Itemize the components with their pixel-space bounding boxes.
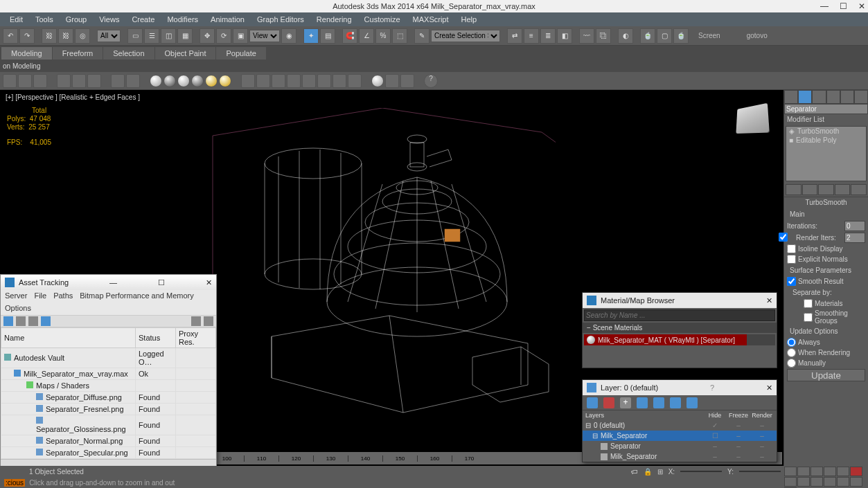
asset-col-status[interactable]: Status: [136, 328, 176, 348]
layer-row[interactable]: Separator–––: [583, 441, 777, 451]
snap-button[interactable]: 🧲: [342, 28, 357, 44]
modify-tab[interactable]: [798, 90, 812, 104]
curve-editor-button[interactable]: 〰: [579, 28, 594, 44]
layer-freeze-button[interactable]: [687, 397, 698, 408]
asset-row[interactable]: Milk_Separator_max_vray.maxOk: [1, 368, 216, 380]
layer-add-button[interactable]: +: [620, 397, 631, 408]
x-field[interactable]: [680, 471, 722, 472]
ribbon-freeform[interactable]: Freeform: [53, 47, 103, 60]
modifier-turbosmooth[interactable]: ◈ TurboSmooth: [786, 127, 866, 136]
unlink-button[interactable]: ⛓: [58, 28, 73, 44]
geom-button-2[interactable]: [126, 74, 140, 88]
layer-row[interactable]: Milk_Separator–––: [583, 451, 777, 462]
key-mode-button[interactable]: [850, 467, 862, 476]
edit-button-2[interactable]: [72, 74, 86, 88]
material-close[interactable]: ✕: [766, 296, 772, 305]
asset-row[interactable]: Autodesk VaultLogged O…: [1, 348, 216, 368]
misc-button-2[interactable]: [256, 74, 270, 88]
percent-snap-button[interactable]: %: [375, 28, 391, 44]
sphere-icon-6[interactable]: [219, 75, 231, 87]
misc-button-4[interactable]: [287, 74, 301, 88]
asset-menu-file[interactable]: File: [34, 291, 46, 301]
viewcube[interactable]: [736, 103, 769, 134]
material-search-input[interactable]: [584, 309, 775, 321]
asset-maximize[interactable]: ☐: [158, 278, 165, 287]
named-selection[interactable]: Create Selection S: [431, 30, 500, 42]
move-button[interactable]: ✥: [200, 28, 215, 44]
asset-menu-server[interactable]: Server: [5, 291, 27, 301]
menu-maxscript[interactable]: MAXScript: [407, 14, 454, 25]
asset-menu-paths[interactable]: Paths: [53, 291, 73, 301]
explicit-normals-check[interactable]: [787, 255, 796, 264]
hierarchy-tab[interactable]: [812, 90, 826, 104]
menu-graph-editors[interactable]: Graph Editors: [251, 14, 310, 25]
asset-row[interactable]: Separator_Glossiness.pngFound: [1, 415, 216, 435]
misc-button-1[interactable]: [241, 74, 255, 88]
menu-create[interactable]: Create: [126, 14, 160, 25]
menu-rendering[interactable]: Rendering: [311, 14, 357, 25]
layer-col-hide[interactable]: Hide: [703, 412, 727, 419]
show-result-button[interactable]: [802, 184, 818, 195]
menu-edit[interactable]: Edit: [4, 14, 28, 25]
ribbon-populate[interactable]: Populate: [216, 47, 265, 60]
material-editor-button[interactable]: ◐: [618, 28, 633, 44]
layer-hide-button[interactable]: [670, 397, 681, 408]
time-config-button[interactable]: [784, 477, 797, 487]
asset-tb-6[interactable]: [204, 316, 213, 326]
asset-menu-options[interactable]: Options: [5, 304, 31, 314]
window-crossing-button[interactable]: ▦: [177, 28, 193, 44]
bind-button[interactable]: ◎: [75, 28, 90, 44]
material-item[interactable]: Milk_Separator_MAT ( VRayMtl ) [Separato…: [584, 334, 775, 345]
object-name-field[interactable]: [784, 104, 868, 114]
asset-tb-4[interactable]: [41, 316, 51, 326]
asset-minimize[interactable]: —: [109, 278, 117, 287]
nav-fov-button[interactable]: [824, 477, 836, 487]
asset-row[interactable]: Maps / Shaders: [1, 380, 216, 392]
misc-button-5[interactable]: [302, 74, 316, 88]
material-category[interactable]: − Scene Materials: [583, 323, 777, 333]
menu-tools[interactable]: Tools: [30, 14, 59, 25]
align-button[interactable]: ≡: [524, 28, 539, 44]
selection-filter[interactable]: All: [97, 30, 121, 42]
sphere-icon-2[interactable]: [163, 75, 176, 87]
asset-tb-2[interactable]: [16, 316, 26, 326]
ribbon-selection[interactable]: Selection: [103, 47, 154, 60]
keyboard-button[interactable]: ▤: [320, 28, 335, 44]
isoline-check[interactable]: [787, 244, 796, 253]
select-button[interactable]: ▭: [127, 28, 143, 44]
rollout-turbosmooth[interactable]: TurboSmooth: [784, 197, 868, 208]
render-iters-check[interactable]: [779, 233, 788, 242]
sphere-icon-5[interactable]: [205, 75, 218, 87]
layer-new-button[interactable]: [587, 397, 598, 408]
update-manually-radio[interactable]: [787, 359, 796, 368]
spinner-snap-button[interactable]: ⬚: [392, 28, 407, 44]
layer-delete-button[interactable]: [603, 397, 614, 408]
close-button[interactable]: ✕: [858, 1, 865, 11]
sep-materials-check[interactable]: [804, 299, 813, 308]
select-name-button[interactable]: ☰: [144, 28, 159, 44]
configure-button[interactable]: [851, 184, 867, 195]
undo-button[interactable]: ↶: [3, 28, 18, 44]
play-button[interactable]: [811, 467, 823, 476]
help-icon[interactable]: ?: [424, 74, 438, 88]
modifier-stack[interactable]: ◈ TurboSmooth ■ Editable Poly: [786, 126, 867, 181]
misc-button-6[interactable]: [317, 74, 331, 88]
sphere-icon-1[interactable]: [150, 75, 162, 87]
y-field[interactable]: [739, 471, 781, 472]
asset-col-name[interactable]: Name: [1, 328, 136, 348]
minimize-button[interactable]: —: [820, 1, 829, 11]
goto-start-button[interactable]: [784, 467, 797, 476]
schematic-button[interactable]: ⿻: [596, 28, 611, 44]
utilities-tab[interactable]: [854, 90, 868, 104]
lock-icon[interactable]: 🏷: [631, 468, 638, 476]
misc-button-10[interactable]: [400, 74, 414, 88]
layer-row[interactable]: ⊟0 (default)✓––: [583, 420, 777, 431]
manipulate-button[interactable]: ✦: [303, 28, 319, 44]
nav-orbit-button[interactable]: [850, 477, 862, 487]
sphere-icon-4[interactable]: [191, 75, 204, 87]
geom-button[interactable]: [111, 74, 125, 88]
layer-row[interactable]: ⊟Milk_Separator☐––: [583, 431, 777, 441]
angle-snap-button[interactable]: ∠: [359, 28, 374, 44]
poly-button[interactable]: [3, 74, 17, 88]
sphere-icon-3[interactable]: [177, 75, 190, 87]
